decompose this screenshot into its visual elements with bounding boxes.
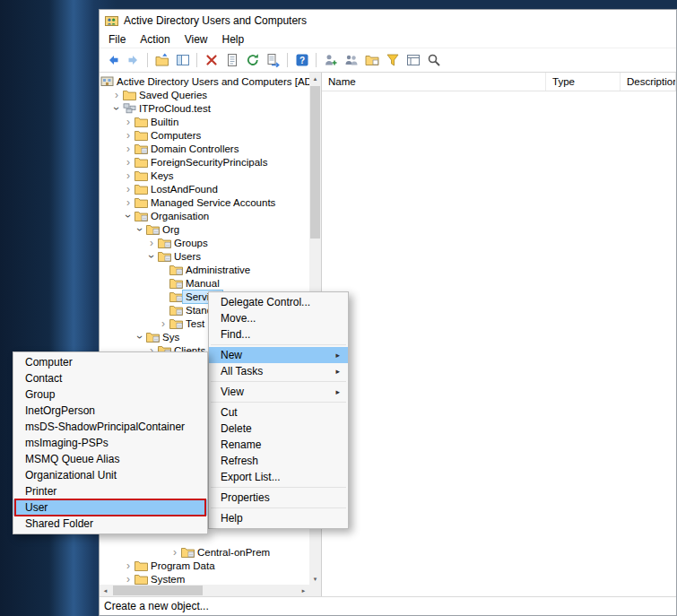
context-menu-item-help[interactable]: Help <box>209 510 348 526</box>
expander-collapsed-icon[interactable]: › <box>123 184 134 195</box>
submenu-item-shared-folder[interactable]: Shared Folder <box>13 516 207 532</box>
expander-collapsed-icon[interactable]: › <box>123 574 134 585</box>
expander-collapsed-icon[interactable]: › <box>123 560 134 571</box>
find-button[interactable] <box>423 50 444 70</box>
expander-collapsed-icon[interactable]: › <box>123 157 134 168</box>
tree-item[interactable]: ›Keys <box>100 169 309 182</box>
folder-icon <box>134 574 148 585</box>
submenu-item-msds-shadowprincipalcontainer[interactable]: msDS-ShadowPrincipalContainer <box>13 419 207 435</box>
tree-item[interactable]: ›Computers <box>100 128 309 142</box>
horizontal-scroll-thumb[interactable] <box>113 586 203 595</box>
context-menu-item-delegate-control[interactable]: Delegate Control... <box>209 294 348 310</box>
context-menu-item-move[interactable]: Move... <box>209 310 348 326</box>
show-console-tree-button[interactable] <box>172 50 193 70</box>
tree-item[interactable]: Manual <box>100 276 309 290</box>
submenu-item-msimaging-psps[interactable]: msImaging-PSPs <box>13 435 207 451</box>
expander-expanded-icon[interactable]: › <box>146 251 157 262</box>
submenu-item-contact[interactable]: Contact <box>13 370 207 386</box>
context-menu-item-new[interactable]: New▸ <box>209 347 348 363</box>
context-menu-item-cut[interactable]: Cut <box>209 404 348 421</box>
tree-item[interactable]: ›LostAndFound <box>100 182 309 195</box>
new-user-button[interactable] <box>320 50 341 70</box>
menu-file[interactable]: File <box>101 32 133 47</box>
tree-item[interactable]: ›Saved Queries <box>100 88 309 101</box>
tree-item[interactable]: Administrative <box>100 263 309 276</box>
tree-item[interactable]: ›Org <box>100 222 309 236</box>
view-list-button[interactable] <box>403 50 423 70</box>
expander-expanded-icon[interactable]: › <box>111 103 122 114</box>
ou-icon <box>145 224 160 235</box>
tree-item[interactable]: ›ForeignSecurityPrincipals <box>100 155 309 169</box>
domain-icon <box>122 103 136 114</box>
tree-item[interactable]: ›Groups <box>100 236 309 249</box>
expander-collapsed-icon[interactable]: › <box>111 90 122 100</box>
context-menu-item-view[interactable]: View▸ <box>209 384 348 400</box>
tree-item-label: ITProCloud.test <box>136 102 213 115</box>
submenu-item-organizational-unit[interactable]: Organizational Unit <box>13 467 207 483</box>
back-button[interactable] <box>102 50 123 70</box>
context-menu-item-delete[interactable]: Delete <box>209 421 348 437</box>
context-menu-item-all-tasks[interactable]: All Tasks▸ <box>209 363 348 379</box>
delete-x-icon <box>204 53 219 67</box>
scroll-right-icon[interactable]: ► <box>298 585 309 596</box>
tree-item[interactable]: ›Program Data <box>100 559 309 572</box>
menu-item-label: Delegate Control... <box>221 296 310 308</box>
submenu-item-user[interactable]: User <box>13 499 207 516</box>
expander-collapsed-icon[interactable]: › <box>158 318 169 329</box>
submenu-item-printer[interactable]: Printer <box>13 483 207 499</box>
vertical-scroll-thumb[interactable] <box>310 86 320 239</box>
column-header-description[interactable]: Description <box>621 73 676 91</box>
column-header-type[interactable]: Type <box>546 73 621 91</box>
menu-item-label: User <box>25 501 48 514</box>
up-one-level-button[interactable] <box>152 50 172 70</box>
context-menu-item-refresh[interactable]: Refresh <box>209 453 348 469</box>
expander-expanded-icon[interactable]: › <box>135 332 145 343</box>
expander-expanded-icon[interactable]: › <box>135 224 145 235</box>
expander-collapsed-icon[interactable]: › <box>123 170 134 181</box>
menu-help[interactable]: Help <box>215 32 252 47</box>
context-menu-item-export-list[interactable]: Export List... <box>209 469 348 485</box>
scroll-up-icon[interactable]: ▲ <box>309 73 321 84</box>
context-menu-item-find[interactable]: Find... <box>209 326 348 343</box>
scroll-down-icon[interactable]: ▼ <box>309 573 321 585</box>
tree-item[interactable]: ›Central-onPrem <box>100 545 309 559</box>
expander-collapsed-icon[interactable]: › <box>169 547 180 558</box>
tree-item[interactable]: ›Users <box>100 249 309 263</box>
submenu-item-msmq-queue-alias[interactable]: MSMQ Queue Alias <box>13 451 207 467</box>
tree-horizontal-scrollbar[interactable]: ◄ ► <box>100 585 309 596</box>
tree-item[interactable]: ›Organisation <box>100 209 309 222</box>
view-list-icon <box>406 53 421 67</box>
menu-action[interactable]: Action <box>133 32 177 47</box>
menu-item-label: Printer <box>25 485 56 498</box>
expander-collapsed-icon[interactable]: › <box>146 238 157 248</box>
help-button[interactable]: ? <box>291 50 312 70</box>
refresh-button[interactable] <box>242 50 263 70</box>
context-menu-item-rename[interactable]: Rename <box>209 437 348 453</box>
export-list-button[interactable] <box>263 50 283 70</box>
submenu-item-group[interactable]: Group <box>13 386 207 403</box>
scrollbar-corner <box>309 585 321 596</box>
delete-button[interactable] <box>201 50 221 70</box>
expander-expanded-icon[interactable]: › <box>123 211 134 221</box>
tree-item[interactable]: ›Managed Service Accounts <box>100 195 309 209</box>
submenu-item-computer[interactable]: Computer <box>13 354 207 370</box>
expander-collapsed-icon[interactable]: › <box>123 143 134 154</box>
scroll-left-icon[interactable]: ◄ <box>100 585 111 596</box>
new-ou-button[interactable] <box>361 50 382 70</box>
expander-collapsed-icon[interactable]: › <box>123 197 134 208</box>
forward-button[interactable] <box>123 50 143 70</box>
tree-item[interactable]: Active Directory Users and Computers [AD… <box>100 74 309 88</box>
tree-item[interactable]: ›ITProCloud.test <box>100 101 309 115</box>
tree-item[interactable]: ›Domain Controllers <box>100 142 309 155</box>
tree-item[interactable]: ›Builtin <box>100 115 309 128</box>
context-menu-item-properties[interactable]: Properties <box>209 490 348 506</box>
tree-item[interactable]: ›System <box>100 572 309 585</box>
new-group-button[interactable] <box>341 50 361 70</box>
expander-collapsed-icon[interactable]: › <box>123 130 134 141</box>
submenu-item-inetorgperson[interactable]: InetOrgPerson <box>13 403 207 419</box>
expander-collapsed-icon[interactable]: › <box>123 117 134 127</box>
column-header-name[interactable]: Name <box>322 73 546 91</box>
set-filter-button[interactable] <box>382 50 403 70</box>
properties-button[interactable] <box>221 50 242 70</box>
menu-view[interactable]: View <box>178 32 215 47</box>
